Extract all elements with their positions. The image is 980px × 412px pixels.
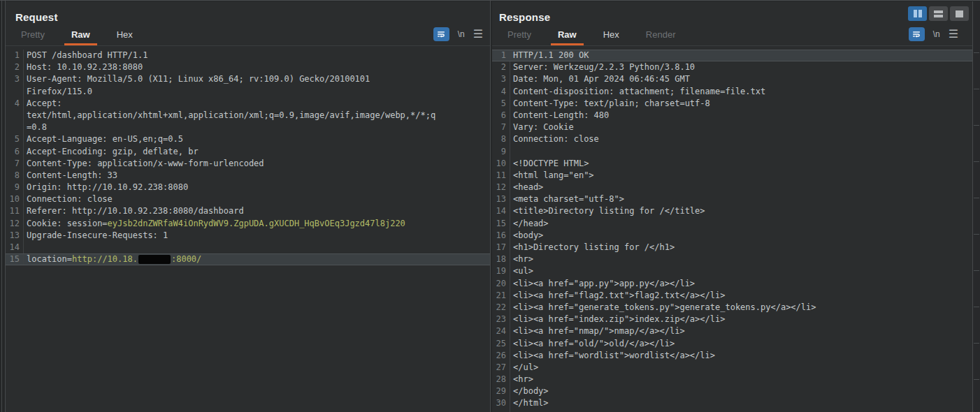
line-number: 6 [6,146,24,158]
code-text: Upgrade-Insecure-Requests: 1 [24,230,168,240]
hamburger-menu-icon[interactable]: ☰ [473,30,483,38]
code-line: 9Origin: http://10.10.92.238:8080 [6,182,490,193]
response-tab-hex[interactable]: Hex [595,29,628,45]
line-number: 8 [492,133,510,145]
code-line: Firefox/115.0 [6,86,490,98]
word-wrap-icon[interactable] [433,27,449,41]
line-number: 20 [492,278,510,290]
request-tab-pretty[interactable]: Pretty [13,29,53,45]
line-number: 8 [6,170,24,182]
line-number: 17 [492,242,510,253]
line-number: 11 [6,205,24,217]
response-panel: Response Pretty Raw Hex Render \n ☰ 1HTT… [492,1,972,412]
request-tabbar: Pretty Raw Hex \n ☰ [6,25,490,46]
line-number: 6 [492,110,510,122]
line-number: 18 [492,253,510,265]
code-text: <li><a href="old/">old/</a></li> [510,339,675,348]
line-number: 27 [492,362,510,374]
code-line: 18<hr> [492,253,972,265]
code-line: 13Upgrade-Insecure-Requests: 1 [6,230,490,242]
code-text: POST /dashboard HTTP/1.1 [24,50,147,60]
line-number: 3 [492,73,510,85]
code-line: 14 [6,242,490,253]
line-number: 7 [6,158,24,170]
code-text [510,147,513,156]
response-editor[interactable]: 1HTTP/1.1 200 OK2Server: Werkzeug/2.2.3 … [492,50,972,412]
line-number: 21 [492,290,510,302]
code-line: 6Accept-Encoding: gzip, deflate, br [6,146,490,158]
code-line: 5Content-Type: text/plain; charset=utf-8 [492,98,972,110]
code-text: Content-Type: application/x-www-form-url… [24,159,264,168]
code-line: 17<h1>Directory listing for /</h1> [492,242,972,253]
line-number [6,86,24,98]
line-number: 1 [492,50,510,61]
response-scrollbar[interactable] [972,1,980,412]
panel-divider[interactable] [490,1,491,412]
newline-icon[interactable]: \n [458,29,465,39]
code-line: 1POST /dashboard HTTP/1.1 [6,50,490,61]
code-text: <hr> [510,254,533,264]
code-line: 7Vary: Cookie [492,122,972,133]
code-text: Referer: http://10.10.92.238:8080/dashbo… [24,206,244,216]
code-line: 15location=http://10.18.:8000/ [6,253,490,265]
code-text: HTTP/1.1 200 OK [510,50,589,60]
line-number: 12 [6,218,24,230]
line-number: 10 [492,158,510,170]
code-line: 31 [492,410,972,412]
code-text: Host: 10.10.92.238:8080 [24,62,143,72]
request-tab-hex[interactable]: Hex [108,29,141,45]
response-tab-render[interactable]: Render [637,29,684,45]
word-wrap-icon[interactable] [909,27,925,41]
code-text: <li><a href="flag2.txt">flag2.txt</a></l… [510,290,725,300]
response-panel-title: Response [492,1,972,23]
response-tabbar: Pretty Raw Hex Render \n ☰ [492,25,972,46]
request-editor[interactable]: 1POST /dashboard HTTP/1.12Host: 10.10.92… [6,50,490,412]
code-line: 14<title>Directory listing for /</title> [492,205,972,217]
code-line: 26<li><a href="wordlist">wordlist</a></l… [492,350,972,362]
code-text: <html lang="en"> [510,170,594,180]
code-text: <li><a href="generate_tokens.py">generat… [510,302,816,312]
code-line: 5Accept-Language: en-US,en;q=0.5 [6,133,490,145]
layout-toggle-group [908,6,969,21]
line-number [6,122,24,133]
code-text: <!DOCTYPE HTML> [510,159,589,168]
code-text: Date: Mon, 01 Apr 2024 06:46:45 GMT [510,74,690,84]
code-line: 25<li><a href="old/">old/</a></li> [492,338,972,350]
line-number: 31 [492,410,510,412]
split-columns-layout-button[interactable] [908,6,927,21]
line-number: 15 [6,254,24,265]
code-text: Content-disposition: attachment; filenam… [510,87,765,96]
split-rows-layout-button[interactable] [929,6,948,21]
line-number: 23 [492,314,510,325]
code-line: 13<meta charset="utf-8"> [492,193,972,205]
line-number: 22 [492,302,510,314]
code-line: 1HTTP/1.1 200 OK [492,50,972,61]
line-number: 5 [492,98,510,110]
line-number: 29 [492,385,510,397]
line-number: 10 [6,193,24,205]
line-number: 11 [492,170,510,182]
code-line: 28<hr> [492,374,972,385]
code-text: =0.8 [24,122,47,132]
single-panel-layout-button[interactable] [950,6,969,21]
code-line: 27</ul> [492,362,972,374]
line-number: 5 [6,133,24,145]
code-text: <li><a href="app.py">app.py</a></li> [510,279,695,288]
hamburger-menu-icon[interactable]: ☰ [949,30,958,38]
code-line: 29</body> [492,385,972,397]
code-line: 15</head> [492,218,972,230]
code-text: <li><a href="nmap/">nmap/</a></li> [510,326,685,336]
code-line: 9 [492,146,972,158]
code-text: Connection: close [510,134,599,144]
code-line: 4Accept: [6,98,490,110]
code-text: location=http://10.18.:8000/ [24,254,201,264]
response-tab-pretty[interactable]: Pretty [499,29,540,45]
code-text: Cookie: session=eyJsb2dnZWRfaW4iOnRydWV9… [24,219,405,228]
code-text: Content-Length: 480 [510,110,609,120]
code-text: <li><a href="index.zip">index.zip</a></l… [510,314,725,324]
code-line: 12<head> [492,182,972,193]
newline-icon[interactable]: \n [933,29,940,39]
response-tab-raw[interactable]: Raw [549,29,585,45]
code-line: text/html,application/xhtml+xml,applicat… [6,110,490,122]
request-tab-raw[interactable]: Raw [63,29,99,45]
